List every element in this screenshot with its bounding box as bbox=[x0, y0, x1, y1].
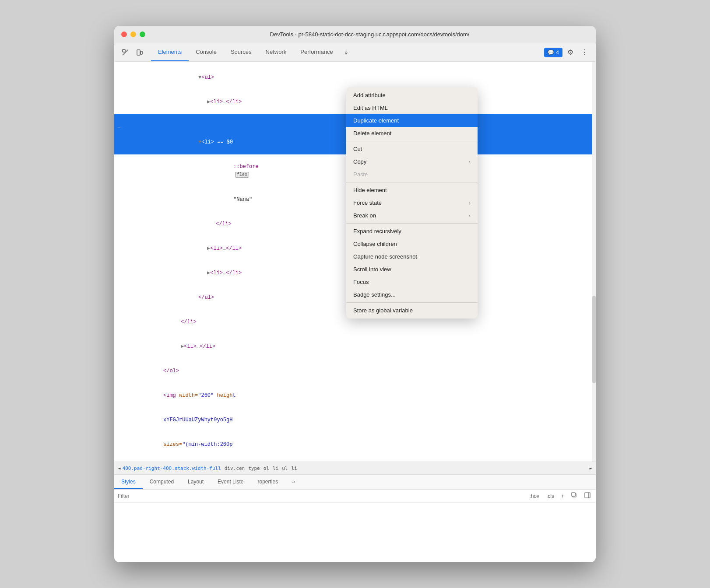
tab-console[interactable]: Console bbox=[189, 43, 224, 61]
menu-item-delete-element[interactable]: Delete element bbox=[346, 127, 478, 140]
svg-rect-3 bbox=[141, 51, 142, 54]
breadcrumb-item-1[interactable]: div.cen bbox=[225, 466, 245, 471]
submenu-arrow-icon: › bbox=[469, 200, 471, 206]
devtools-body: ▼<ul> ▶<li>…</li> … ▼<li> == $0 ::before… bbox=[114, 62, 596, 562]
breadcrumb-item-type[interactable]: type bbox=[248, 466, 260, 471]
svg-rect-5 bbox=[572, 493, 575, 496]
tab-computed[interactable]: Computed bbox=[143, 475, 181, 489]
dom-line[interactable]: ▶<li>…</li> bbox=[114, 334, 596, 359]
dom-panel-wrapper: ▼<ul> ▶<li>…</li> … ▼<li> == $0 ::before… bbox=[114, 62, 596, 462]
tab-elements[interactable]: Elements bbox=[151, 43, 189, 61]
breadcrumb-item-0[interactable]: 400.pad-right-400.stack.width-full bbox=[123, 466, 221, 471]
breadcrumb-item-li[interactable]: li bbox=[273, 466, 278, 471]
svg-rect-2 bbox=[137, 50, 140, 55]
dom-line[interactable]: sizes="(min-width:260p bbox=[114, 432, 596, 457]
traffic-lights bbox=[121, 32, 145, 37]
dom-line[interactable]: </ol> bbox=[114, 359, 596, 383]
add-style-button[interactable]: + bbox=[559, 492, 566, 500]
tab-sources[interactable]: Sources bbox=[224, 43, 259, 61]
inspect-icon[interactable] bbox=[120, 46, 132, 59]
breadcrumb-item-li2[interactable]: li bbox=[291, 466, 297, 471]
breadcrumb-item-ol[interactable]: ol bbox=[264, 466, 269, 471]
menu-item-capture-screenshot[interactable]: Capture node screenshot bbox=[346, 250, 478, 263]
scrollbar-thumb[interactable] bbox=[592, 296, 596, 383]
svg-rect-0 bbox=[123, 49, 125, 52]
menu-item-expand-recursively[interactable]: Expand recursively bbox=[346, 225, 478, 238]
device-icon[interactable] bbox=[134, 46, 146, 59]
menu-item-badge-settings[interactable]: Badge settings... bbox=[346, 288, 478, 301]
message-icon: 💬 bbox=[548, 49, 554, 56]
menu-item-add-attribute[interactable]: Add attribute bbox=[346, 89, 478, 102]
tab-properties[interactable]: roperties bbox=[250, 475, 285, 489]
breadcrumb-prev[interactable]: ◄ bbox=[118, 466, 121, 471]
cls-button[interactable]: .cls bbox=[545, 492, 556, 500]
tab-network[interactable]: Network bbox=[259, 43, 294, 61]
titlebar: DevTools - pr-5840-static-dot-dcc-stagin… bbox=[114, 26, 596, 43]
tab-styles[interactable]: Styles bbox=[114, 475, 143, 489]
dom-line[interactable]: ▼<ul> bbox=[114, 65, 596, 90]
menu-item-break-on[interactable]: Break on › bbox=[346, 209, 478, 222]
menu-item-focus[interactable]: Focus bbox=[346, 276, 478, 288]
styles-tabs: Styles Computed Layout Event Liste roper… bbox=[114, 475, 596, 490]
menu-separator bbox=[346, 182, 478, 182]
dom-dots: … bbox=[118, 122, 121, 130]
submenu-arrow-icon: › bbox=[469, 159, 471, 164]
settings-icon[interactable]: ⚙ bbox=[564, 46, 576, 59]
context-menu: Add attribute Edit as HTML Duplicate ele… bbox=[346, 87, 478, 318]
window-title: DevTools - pr-5840-static-dot-dcc-stagin… bbox=[151, 31, 589, 38]
hov-button[interactable]: :hov bbox=[527, 492, 541, 500]
breadcrumb-item-ul[interactable]: ul bbox=[282, 466, 288, 471]
filter-input[interactable] bbox=[118, 493, 524, 499]
dom-panel[interactable]: ▼<ul> ▶<li>…</li> … ▼<li> == $0 ::before… bbox=[114, 62, 596, 462]
menu-separator bbox=[346, 141, 478, 141]
menu-item-copy[interactable]: Copy › bbox=[346, 155, 478, 168]
flex-badge: flex bbox=[235, 172, 249, 178]
filter-actions: :hov .cls + bbox=[527, 491, 592, 500]
dom-line[interactable]: <img width="260" height bbox=[114, 383, 596, 408]
styles-filter-bar: :hov .cls + bbox=[114, 490, 596, 503]
dom-line[interactable]: xYFGJrUUaUZyWhyt9yo5gH bbox=[114, 408, 596, 432]
copy-styles-button[interactable] bbox=[569, 491, 579, 500]
toolbar-tabs: Elements Console Sources Network Perform… bbox=[151, 43, 542, 61]
tab-performance[interactable]: Performance bbox=[293, 43, 340, 61]
menu-item-edit-html[interactable]: Edit as HTML bbox=[346, 102, 478, 114]
menu-item-collapse-children[interactable]: Collapse children bbox=[346, 238, 478, 250]
fullscreen-button[interactable] bbox=[140, 32, 145, 37]
messages-badge[interactable]: 💬 4 bbox=[544, 48, 562, 57]
more-options-icon[interactable]: ⋮ bbox=[578, 46, 590, 59]
menu-item-store-global[interactable]: Store as global variable bbox=[346, 304, 478, 317]
menu-item-hide-element[interactable]: Hide element bbox=[346, 184, 478, 196]
menu-item-scroll-into-view[interactable]: Scroll into view bbox=[346, 263, 478, 276]
devtools-window: DevTools - pr-5840-static-dot-dcc-stagin… bbox=[114, 26, 596, 562]
dom-line[interactable]: decoding="async" alt="ted in drop-down bbox=[114, 457, 596, 462]
menu-item-cut[interactable]: Cut bbox=[346, 143, 478, 155]
styles-panel: Styles Computed Layout Event Liste roper… bbox=[114, 475, 596, 562]
menu-item-force-state[interactable]: Force state › bbox=[346, 196, 478, 209]
svg-rect-6 bbox=[585, 493, 590, 498]
tab-more-styles[interactable]: » bbox=[285, 475, 302, 489]
submenu-arrow-icon: › bbox=[469, 213, 471, 218]
toggle-sidebar-button[interactable] bbox=[583, 491, 592, 500]
menu-separator bbox=[346, 223, 478, 224]
toolbar-icons bbox=[120, 46, 146, 59]
menu-item-duplicate-element[interactable]: Duplicate element bbox=[346, 114, 478, 127]
breadcrumb-next[interactable]: ► bbox=[589, 466, 592, 471]
more-tabs-icon[interactable]: » bbox=[340, 46, 352, 59]
close-button[interactable] bbox=[121, 32, 127, 37]
scrollbar[interactable] bbox=[592, 62, 596, 462]
toolbar-right: 💬 4 ⚙ ⋮ bbox=[544, 46, 590, 59]
menu-item-paste: Paste bbox=[346, 168, 478, 181]
toolbar: Elements Console Sources Network Perform… bbox=[114, 43, 596, 62]
tab-layout[interactable]: Layout bbox=[181, 475, 211, 489]
breadcrumb-bar: ◄ 400.pad-right-400.stack.width-full div… bbox=[114, 462, 596, 475]
menu-separator bbox=[346, 302, 478, 303]
tab-event-listeners[interactable]: Event Liste bbox=[211, 475, 250, 489]
minimize-button[interactable] bbox=[130, 32, 136, 37]
